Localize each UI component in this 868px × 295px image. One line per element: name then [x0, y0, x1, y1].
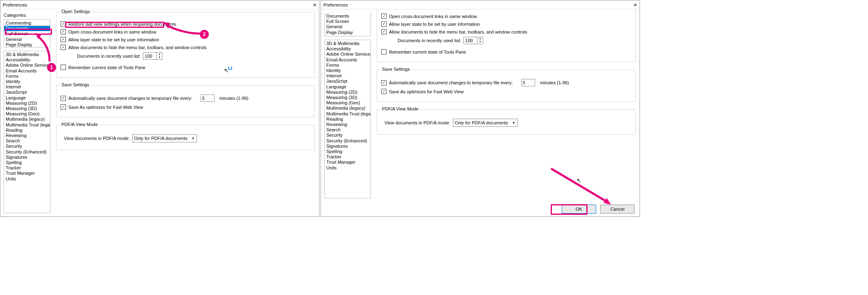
cat-item[interactable]: 3D & Multimedia — [325, 41, 371, 46]
cat-item[interactable]: Forms — [325, 63, 371, 68]
category-list-bottom[interactable]: 3D & Multimedia Accessibility Adobe Onli… — [4, 51, 50, 213]
fastweb-checkbox[interactable] — [61, 104, 66, 110]
hide-checkbox[interactable] — [61, 45, 66, 50]
cat-item[interactable]: Security (Enhanced) — [325, 138, 371, 144]
pdfa-group: PDF/A View Mode View documents in PDF/A … — [377, 109, 635, 135]
cat-item[interactable]: Measuring (2D) — [4, 101, 50, 106]
cat-item[interactable]: Tracker — [325, 154, 371, 160]
layer-checkbox[interactable] — [61, 37, 66, 42]
recent-spinner[interactable]: ▲▼ — [157, 52, 163, 60]
cat-item[interactable]: Signatures — [325, 144, 371, 149]
cat-item[interactable]: Reading — [325, 117, 371, 122]
settings-content: Open cross-document links in same window… — [373, 9, 640, 202]
cat-full-screen[interactable]: Full Screen — [4, 31, 50, 36]
cat-item[interactable]: Security — [325, 133, 371, 138]
cat-item[interactable]: Adobe Online Services — [325, 52, 371, 57]
cross-label: Open cross-document links in same window — [68, 29, 156, 34]
recent-input[interactable]: 100 — [463, 37, 477, 44]
cat-documents[interactable]: Documents — [325, 14, 371, 19]
fastweb-label: Save As optimizes for Fast Web View — [389, 89, 463, 94]
cat-item[interactable]: Security — [4, 144, 50, 149]
category-list-top[interactable]: Commenting Documents Full Screen General… — [4, 19, 50, 47]
cat-item[interactable]: Multimedia (legacy) — [4, 117, 50, 122]
cat-item[interactable]: Accessibility — [325, 46, 371, 52]
cat-item[interactable]: Internet — [4, 84, 50, 90]
cat-item[interactable]: Measuring (3D) — [4, 106, 50, 111]
cat-item[interactable]: Multimedia (legacy) — [325, 106, 371, 111]
cat-item[interactable]: Units — [4, 176, 50, 182]
cat-item[interactable]: Units — [325, 165, 371, 171]
cat-item[interactable]: Signatures — [4, 155, 50, 160]
autosave-label: Automatically save document changes to t… — [68, 96, 192, 101]
cat-page-display[interactable]: Page Display — [4, 42, 50, 47]
autosave-label: Automatically save document changes to t… — [389, 80, 513, 85]
cat-item[interactable]: Trust Manager — [4, 171, 50, 176]
cat-item[interactable]: Trust Manager — [325, 160, 371, 165]
cat-item[interactable]: Measuring (3D) — [325, 95, 371, 100]
cat-item[interactable]: Internet — [325, 73, 371, 79]
restore-label: Restore last view settings when reopenin… — [68, 22, 176, 27]
cat-commenting[interactable]: Commenting — [4, 20, 50, 26]
pdfa-dropdown[interactable]: Only for PDF/A documents ▼ — [453, 119, 518, 127]
cat-item[interactable]: Reviewing — [4, 133, 50, 138]
pdfa-label: View documents in PDF/A mode: — [384, 120, 450, 125]
cat-item[interactable]: Language — [325, 84, 371, 90]
close-icon[interactable]: × — [313, 1, 316, 8]
cat-item[interactable]: Forms — [4, 74, 50, 79]
open-settings-legend: Open Settings — [61, 9, 91, 14]
close-icon[interactable]: × — [633, 1, 637, 8]
cat-general[interactable]: General — [4, 37, 50, 42]
cat-item[interactable]: Email Accounts — [4, 68, 50, 74]
cat-item[interactable]: Tracker — [4, 165, 50, 171]
cat-item[interactable]: Security (Enhanced) — [4, 149, 50, 155]
ok-button[interactable]: OK — [562, 205, 596, 214]
cat-item[interactable]: JavaScript — [325, 79, 371, 84]
remember-label: Remember current state of Tools Pane — [68, 65, 145, 70]
cat-item[interactable]: Reading — [4, 128, 50, 133]
cat-item[interactable]: Language — [4, 95, 50, 101]
autosave-checkbox[interactable] — [61, 96, 66, 101]
cat-general[interactable]: General — [325, 24, 371, 29]
cat-item[interactable]: Email Accounts — [325, 57, 371, 63]
cat-page-display[interactable]: Page Display — [325, 30, 371, 35]
cat-item[interactable]: Measuring (2D) — [325, 90, 371, 95]
cross-checkbox[interactable] — [381, 14, 387, 19]
fastweb-checkbox[interactable] — [381, 89, 387, 94]
cat-item[interactable]: Multimedia Trust (legacy) — [4, 122, 50, 128]
cat-item[interactable]: Spelling — [4, 160, 50, 165]
cat-item[interactable]: Measuring (Geo) — [325, 100, 371, 106]
category-list-top[interactable]: Documents Full Screen General Page Displ… — [324, 13, 371, 36]
autosave-checkbox[interactable] — [381, 80, 387, 86]
cat-item[interactable]: Measuring (Geo) — [4, 111, 50, 117]
cat-documents[interactable]: Documents — [4, 26, 50, 31]
cat-full-screen[interactable]: Full Screen — [325, 19, 371, 24]
recent-spinner[interactable]: ▲▼ — [477, 37, 483, 44]
cat-item[interactable]: Search — [4, 138, 50, 144]
restore-checkbox[interactable] — [61, 21, 66, 27]
layer-checkbox[interactable] — [381, 21, 387, 27]
categories-sidebar: Documents Full Screen General Page Displ… — [321, 9, 373, 202]
category-list-bottom[interactable]: 3D & Multimedia Accessibility Adobe Onli… — [324, 40, 371, 198]
save-settings-group: Save Settings Automatically save documen… — [56, 85, 315, 117]
autosave-input[interactable]: 5 — [521, 79, 535, 86]
remember-checkbox[interactable] — [381, 49, 387, 54]
cat-item[interactable]: 3D & Multimedia — [4, 52, 50, 57]
titlebar: Preferences × — [321, 0, 640, 9]
recent-input[interactable]: 100 — [143, 52, 157, 60]
cat-item[interactable]: Accessibility — [4, 57, 50, 63]
autosave-input[interactable]: 5 — [201, 95, 215, 102]
hide-checkbox[interactable] — [381, 29, 387, 34]
cat-item[interactable]: JavaScript — [4, 90, 50, 95]
pdfa-value: Only for PDF/A documents — [455, 120, 508, 125]
cross-checkbox[interactable] — [61, 29, 66, 34]
cat-item[interactable]: Multimedia Trust (legacy) — [325, 111, 371, 117]
cat-item[interactable]: Spelling — [325, 149, 371, 154]
cancel-button[interactable]: Cancel — [600, 205, 635, 214]
pdfa-dropdown[interactable]: Only for PDF/A documents ▼ — [132, 134, 197, 142]
cat-item[interactable]: Reviewing — [325, 122, 371, 127]
cat-item[interactable]: Adobe Online Services — [4, 63, 50, 68]
remember-checkbox[interactable] — [61, 65, 66, 70]
cat-item[interactable]: Identity — [325, 68, 371, 73]
cat-item[interactable]: Search — [325, 127, 371, 133]
cat-item[interactable]: Identity — [4, 79, 50, 84]
